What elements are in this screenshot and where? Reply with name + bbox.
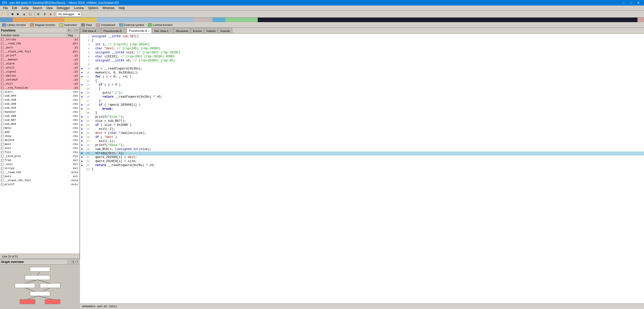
close-button[interactable]: ✕ <box>635 0 642 5</box>
function-list-item[interactable]: f_malloc.pl <box>0 74 80 78</box>
tab-enums[interactable]: Enums <box>191 28 204 33</box>
code-line[interactable]: ●28 printf("Data:"); <box>80 143 644 147</box>
code-line[interactable]: ●25 dest = (char *)malloc(size); <box>80 131 644 135</box>
code-line[interactable]: ●30 strcpy(dest, s); <box>80 151 644 156</box>
tab-ida-view-a[interactable]: IDA View-A× <box>80 28 101 33</box>
function-list-item[interactable]: fsub_A30.tex <box>0 98 80 102</box>
code-line[interactable]: 5 unsigned __int64 size; // [rsp+18h] [r… <box>80 51 644 55</box>
code-line[interactable]: ●19 break; <box>80 107 644 111</box>
function-list-item[interactable]: finit.tex <box>0 146 80 150</box>
code-line[interactable]: ●9 v5 = __readfsqword(0x28u); <box>80 67 644 71</box>
graph-canvas[interactable] <box>0 265 80 309</box>
function-list-item[interactable]: fsub_A80.tex <box>0 102 80 106</box>
function-list-item[interactable]: fdelete.tex <box>0 138 80 142</box>
menu-item-edit[interactable]: Edit <box>10 6 19 10</box>
code-line[interactable]: ●10 memset(s, 0, 0x2010uLL); <box>80 71 644 75</box>
menu-item-file[interactable]: File <box>1 6 10 10</box>
code-line[interactable]: ●13 if ( i > 9 ) <box>80 83 644 87</box>
code-line[interactable]: ●21 printf("Size:"); <box>80 115 644 119</box>
function-list-item[interactable]: f_strcpy.pl <box>0 37 80 42</box>
toolbar-open[interactable]: 📂 <box>1 11 7 17</box>
function-list-item[interactable]: fprintfexte <box>0 182 80 186</box>
code-line[interactable]: 6 char s[8216]; // [rsp+20h] [rbp-2020h]… <box>80 55 644 59</box>
function-list-item[interactable]: f_exitext <box>0 162 80 166</box>
function-list-item[interactable]: fshow.tex <box>0 134 80 138</box>
tab-pseudocode-a[interactable]: Pseudocode-A× <box>127 28 152 33</box>
function-list-item[interactable]: fmain.tex <box>0 142 80 146</box>
code-line[interactable]: 34} <box>80 168 644 172</box>
menu-item-help[interactable]: Help <box>117 6 127 10</box>
maximize-button[interactable]: □ <box>627 0 634 5</box>
toolbar-up[interactable]: ▲ <box>21 11 27 17</box>
function-list-item[interactable]: f_atoll.pl <box>0 66 80 70</box>
code-line[interactable]: 2{ <box>80 39 644 43</box>
function-list-item[interactable]: f__cxa_finalize.pl <box>0 86 80 90</box>
function-list-item[interactable]: fstart.tex <box>0 90 80 94</box>
tab-hex-view-1[interactable]: Hex View-1× <box>152 28 173 33</box>
code-line[interactable]: 14 { <box>80 87 644 91</box>
function-list-item[interactable]: fsub_AC0.tex <box>0 106 80 110</box>
minimize-button[interactable]: ─ <box>620 0 627 5</box>
code-line[interactable]: ●11 for ( i = 0; ; ++i ) <box>80 75 644 79</box>
function-list-item[interactable]: f_printf.pl <box>0 54 80 58</box>
function-list-item[interactable]: ffini.tex <box>0 150 80 154</box>
panel-btn-minimize[interactable]: ─ <box>71 29 74 32</box>
tab-close-icon[interactable]: × <box>97 29 99 32</box>
graph-btn-minimize[interactable]: ─ <box>67 260 71 264</box>
code-line[interactable]: ●15 puts(":("); <box>80 91 644 95</box>
graph-btn-settings[interactable]: ⚙ <box>71 260 75 264</box>
function-list-item[interactable]: fmenu.tex <box>0 126 80 130</box>
function-list-item[interactable]: fsub_9F0.tex <box>0 94 80 98</box>
code-line[interactable]: ●27 exit(-1); <box>80 139 644 143</box>
function-list-item[interactable]: f__read_chkexte <box>0 170 80 174</box>
toolbar-forward[interactable]: ▶ <box>15 11 21 17</box>
panel-btn-close[interactable]: ✕ <box>75 29 79 32</box>
function-list-item[interactable]: f_exit.pl <box>0 82 80 86</box>
tab-close-icon[interactable]: × <box>148 29 149 32</box>
code-line[interactable]: 8 <box>80 63 644 67</box>
menu-item-search[interactable]: Search <box>30 6 44 10</box>
function-list-item[interactable]: f_alarm.pl <box>0 62 80 66</box>
code-line[interactable]: ●26 if ( !dest ) <box>80 135 644 139</box>
debugger-select[interactable]: No debugger <box>56 12 81 17</box>
toolbar-run[interactable]: ▶ <box>36 11 41 17</box>
code-area[interactable]: 1unsigned __int64 sub_CB7() 2{ 3 int i; … <box>80 34 644 303</box>
toolbar-pause[interactable]: ⏸ <box>42 11 47 17</box>
tab-pseudocode-b[interactable]: Pseudocode-B× <box>101 28 126 33</box>
toolbar-stop[interactable]: ■ <box>48 11 53 17</box>
code-line[interactable]: ●33 return __readfsqword(0x28u) ^ v5; <box>80 164 644 168</box>
function-list-item[interactable]: f__stack_chk_fail.plt <box>0 50 80 54</box>
code-line[interactable]: 12 { <box>80 79 644 83</box>
function-list-item[interactable]: fsub_AEB.tex <box>0 114 80 118</box>
function-list-item[interactable]: fhandler.tex <box>0 110 80 114</box>
menu-item-debugger[interactable]: Debugger <box>55 6 72 10</box>
menu-item-windows[interactable]: Windows <box>100 6 117 10</box>
function-list-item[interactable]: f_signal.pl <box>0 70 80 74</box>
code-line[interactable]: ●31 qword_202060[i] = dest; <box>80 156 644 160</box>
toolbar-back[interactable]: ◀ <box>9 11 15 17</box>
function-list-item[interactable]: fadd.tex <box>0 130 80 134</box>
code-line[interactable]: 7 unsigned __int64 v5; // [rsp+2038h] [r… <box>80 59 644 63</box>
functions-list[interactable]: f_strcpy.plf__read_chk.pltf_puts.plf__st… <box>0 37 80 254</box>
function-list-item[interactable]: f_term_proc.fin <box>0 154 80 158</box>
code-line[interactable]: 4 char *dest; // [rsp+10h] [rbp-2030h] <box>80 47 644 51</box>
code-line[interactable]: ●24 exit(-2); <box>80 127 644 131</box>
code-line[interactable]: ●23 if ( size > 0x2000 ) <box>80 123 644 127</box>
function-list-item[interactable]: f__stack_chk_failexte <box>0 178 80 182</box>
tab-imports[interactable]: Imports <box>204 28 218 33</box>
code-line[interactable]: ●22 size = sub_B67(); <box>80 119 644 123</box>
menu-item-options[interactable]: Options <box>86 6 100 10</box>
code-line[interactable]: 20 } <box>80 111 644 115</box>
function-list-item[interactable]: f__memset.pl <box>0 58 80 62</box>
code-line[interactable]: 1unsigned __int64 sub_CB7() <box>80 35 644 39</box>
menu-item-lumina[interactable]: Lumina <box>72 6 86 10</box>
menu-item-jump[interactable]: Jump <box>19 6 30 10</box>
function-list-item[interactable]: f_setvbuf.pl <box>0 78 80 82</box>
function-list-item[interactable]: fsub_B67.tex <box>0 118 80 122</box>
tab-exports[interactable]: Exports <box>218 28 232 33</box>
function-list-item[interactable]: fputsext <box>0 174 80 178</box>
code-line[interactable]: ●32 qword_2020C0[i] = size; <box>80 160 644 164</box>
function-list-item[interactable]: f_puts.pl <box>0 46 80 50</box>
function-list-item[interactable]: f__read_chk.plt <box>0 42 80 46</box>
code-line[interactable]: ●16 return __readfsqword(0x28u) ^ v5; <box>80 95 644 99</box>
